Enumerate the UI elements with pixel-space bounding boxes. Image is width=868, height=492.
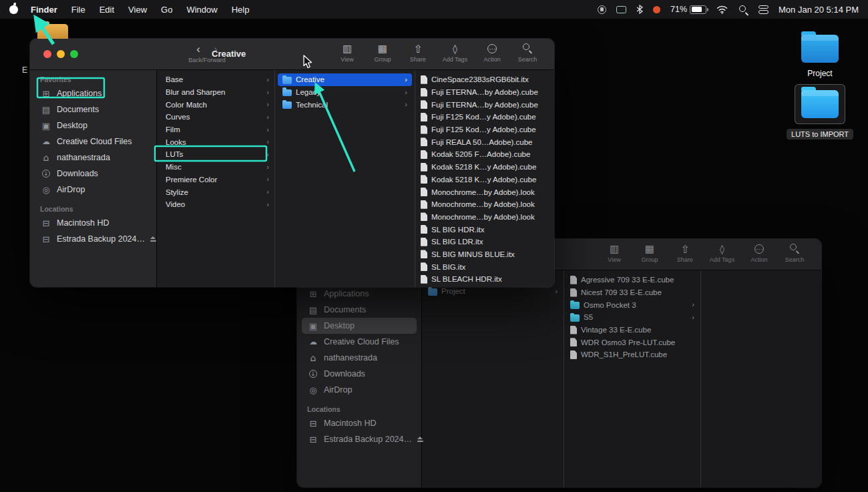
- list-item[interactable]: Blur and Sharpen ›: [157, 86, 274, 99]
- document-icon: [421, 175, 427, 184]
- list-item[interactable]: Kodak 5218 K…y Adobe).cube: [415, 174, 554, 186]
- list-item[interactable]: Vintage 33 E-E.cube ›: [564, 324, 700, 336]
- column-files: CineSpace2383sRGB6bit.itx Fuji ETERNA…by…: [415, 70, 554, 287]
- wifi-icon[interactable]: [716, 3, 728, 15]
- toolbar-button[interactable]: Add Tags: [710, 243, 734, 263]
- sidebar-item[interactable]: AirDrop: [302, 382, 417, 398]
- sidebar-item[interactable]: Creative Cloud Files: [302, 334, 417, 350]
- bluetooth-icon[interactable]: [636, 3, 643, 15]
- sidebar-item[interactable]: Downloads: [302, 366, 417, 382]
- finder-window-front[interactable]: ‹ › Back/Forward Creative View Group: [30, 39, 554, 287]
- title-bar[interactable]: ‹ › Back/Forward Creative View Group: [30, 39, 554, 70]
- zoom-button[interactable]: [70, 50, 78, 58]
- menu-item[interactable]: Go: [161, 5, 172, 15]
- sidebar-item[interactable]: nathanestrada: [35, 150, 152, 166]
- list-item[interactable]: Base ›: [157, 73, 274, 86]
- list-item[interactable]: Monochrome…by Adobe).look: [415, 186, 554, 198]
- list-item[interactable]: Monochrome…by Adobe).look: [415, 211, 554, 224]
- list-item[interactable]: Fuji F125 Kod…y Adobe).cube: [415, 124, 554, 136]
- list-item[interactable]: Fuji REALA 50…Adobe).cube: [415, 136, 554, 148]
- list-item[interactable]: SL BIG MINUS BLUE.itx: [415, 248, 554, 261]
- toolbar-button[interactable]: Group: [372, 43, 393, 63]
- list-item[interactable]: LUTs ›: [157, 148, 274, 161]
- sidebar-section-favorites: Favorites: [40, 75, 156, 83]
- list-item[interactable]: Fuji F125 Kod…y Adobe).cube: [415, 111, 554, 124]
- list-item[interactable]: S5 ›: [564, 311, 700, 324]
- list-item[interactable]: Misc ›: [157, 161, 274, 174]
- list-item[interactable]: Kodak 5205 F…Adobe).cube: [415, 148, 554, 161]
- control-center-icon[interactable]: [758, 5, 769, 14]
- close-button[interactable]: [43, 50, 51, 58]
- list-item[interactable]: Fuji ETERNA…by Adobe).cube: [415, 98, 554, 111]
- sidebar-item[interactable]: nathanestrada: [302, 350, 417, 366]
- menu-item[interactable]: Help: [232, 5, 250, 15]
- menu-item[interactable]: Finder: [31, 5, 57, 15]
- list-item[interactable]: Premiere Color ›: [157, 174, 274, 186]
- sidebar-item[interactable]: Creative Cloud Files: [35, 134, 152, 150]
- sidebar-item[interactable]: AirDrop: [35, 182, 152, 198]
- sidebar-item[interactable]: Estrada Backup 2024…: [302, 431, 417, 447]
- list-item[interactable]: Kodak 5218 K…y Adobe).cube: [415, 161, 554, 174]
- record-indicator-icon[interactable]: [653, 6, 660, 13]
- back-button[interactable]: ‹: [196, 43, 200, 55]
- toolbar-button[interactable]: Action: [748, 243, 770, 263]
- toolbar-button[interactable]: Search: [517, 43, 538, 63]
- toolbar-button[interactable]: Action: [481, 43, 503, 63]
- list-item[interactable]: Video ›: [157, 198, 274, 211]
- desktop-icon-project[interactable]: Project: [788, 35, 852, 78]
- list-item[interactable]: Osmo Pocket 3 ›: [564, 298, 700, 311]
- sidebar-item[interactable]: Documents: [302, 302, 417, 318]
- list-item[interactable]: Nicest 709 33 E-E.cube ›: [564, 286, 700, 299]
- toolbar-button[interactable]: Share: [407, 43, 429, 63]
- sidebar-item[interactable]: Applications: [35, 85, 152, 101]
- list-item[interactable]: Monochrome…by Adobe).look: [415, 198, 554, 211]
- sidebar-item[interactable]: Documents: [35, 101, 152, 117]
- list-item[interactable]: Curves ›: [157, 111, 274, 124]
- menu-item[interactable]: View: [128, 5, 147, 15]
- list-item[interactable]: WDR Osmo3 Pre-LUT.cube ›: [564, 336, 700, 348]
- list-item[interactable]: Film ›: [157, 124, 274, 136]
- toolbar-button[interactable]: Add Tags: [443, 43, 467, 63]
- battery-status[interactable]: 71%: [670, 3, 706, 15]
- minimize-button[interactable]: [57, 50, 65, 58]
- document-icon: [421, 250, 427, 258]
- sidebar-item[interactable]: Desktop: [302, 318, 417, 334]
- sidebar-item[interactable]: Desktop: [35, 117, 152, 134]
- list-item[interactable]: Legacy ›: [278, 86, 412, 99]
- list-item[interactable]: Agressive 709 33 E-E.cube ›: [564, 274, 700, 286]
- list-item[interactable]: Creative ›: [278, 73, 412, 86]
- toolbar-button[interactable]: Share: [674, 243, 696, 263]
- sidebar-item[interactable]: Macintosh HD: [302, 415, 417, 431]
- screen-recording-stop-icon[interactable]: [598, 5, 606, 14]
- toolbar-button[interactable]: Search: [784, 243, 805, 263]
- list-item[interactable]: Looks ›: [157, 136, 274, 148]
- menu-item[interactable]: Edit: [99, 5, 114, 15]
- menu-item[interactable]: File: [71, 5, 85, 15]
- screen-mirroring-icon[interactable]: [616, 6, 626, 13]
- menu-bar-clock[interactable]: Mon Jan 20 5:14 PM: [779, 5, 859, 15]
- list-item[interactable]: CineSpace2383sRGB6bit.itx: [415, 73, 554, 86]
- list-item[interactable]: WDR_S1H_PreLUT.cube ›: [564, 348, 700, 361]
- sidebar-item[interactable]: Estrada Backup 2024…: [35, 231, 152, 247]
- toolbar-button[interactable]: Group: [639, 243, 660, 263]
- list-item[interactable]: Technical ›: [278, 98, 412, 111]
- list-item[interactable]: SL BIG HDR.itx: [415, 223, 554, 236]
- spotlight-search-icon[interactable]: [738, 4, 748, 15]
- menu-item[interactable]: Window: [186, 5, 217, 15]
- toolbar-button[interactable]: View: [337, 43, 358, 63]
- list-item[interactable]: SL BIG LDR.itx: [415, 236, 554, 248]
- sidebar-item[interactable]: Macintosh HD: [35, 215, 152, 231]
- eject-icon[interactable]: [150, 236, 156, 241]
- apple-menu-icon[interactable]: [9, 5, 18, 14]
- sidebar-item[interactable]: Downloads: [35, 166, 152, 182]
- tags-icon: [449, 43, 461, 55]
- list-item[interactable]: SL BLEACH HDR.itx: [415, 273, 554, 286]
- sidebar-item[interactable]: Applications: [302, 286, 417, 302]
- list-item[interactable]: SL BIG.itx: [415, 260, 554, 273]
- desktop-icon-luts-to-import[interactable]: LUTS to IMPORT: [788, 84, 852, 140]
- toolbar-button[interactable]: View: [604, 243, 625, 263]
- list-item[interactable]: Fuji ETERNA…by Adobe).cube: [415, 86, 554, 99]
- list-item[interactable]: Stylize ›: [157, 186, 274, 198]
- document-icon: [421, 150, 427, 159]
- list-item[interactable]: Color Match ›: [157, 98, 274, 111]
